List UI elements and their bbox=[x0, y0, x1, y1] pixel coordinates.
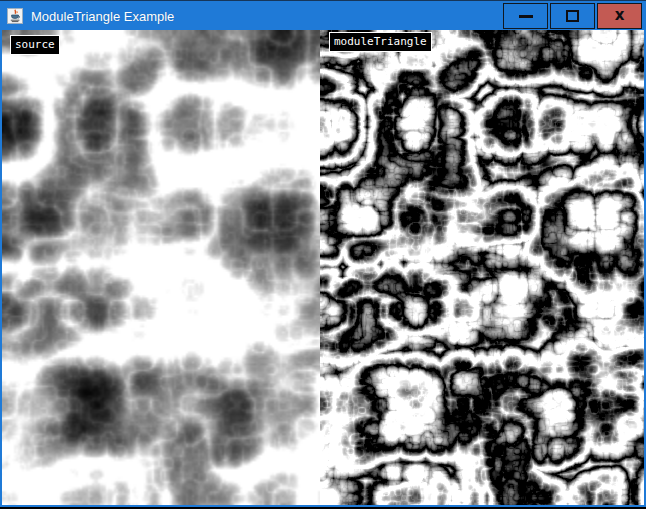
source-noise-image bbox=[2, 30, 320, 505]
source-label: source bbox=[10, 35, 60, 55]
titlebar[interactable]: ModuleTriangle Example x bbox=[2, 2, 644, 30]
java-coffee-cup-icon bbox=[7, 8, 23, 24]
panel-moduletriangle: moduleTriangle bbox=[320, 30, 644, 505]
content-area: source moduleTriangle bbox=[2, 30, 644, 505]
maximize-button[interactable] bbox=[550, 3, 595, 29]
panel-source: source bbox=[2, 30, 320, 505]
app-window: ModuleTriangle Example x source mo bbox=[0, 0, 646, 507]
window-title: ModuleTriangle Example bbox=[31, 9, 174, 24]
minimize-button[interactable] bbox=[503, 3, 548, 29]
minimize-icon bbox=[519, 15, 533, 18]
moduletriangle-label: moduleTriangle bbox=[329, 32, 432, 52]
moduletriangle-noise-image bbox=[320, 30, 644, 505]
close-icon: x bbox=[615, 8, 625, 23]
window-controls: x bbox=[503, 3, 642, 29]
close-button[interactable]: x bbox=[597, 3, 642, 29]
maximize-icon bbox=[566, 10, 579, 22]
screenshot-root: ModuleTriangle Example x source mo bbox=[0, 0, 646, 509]
